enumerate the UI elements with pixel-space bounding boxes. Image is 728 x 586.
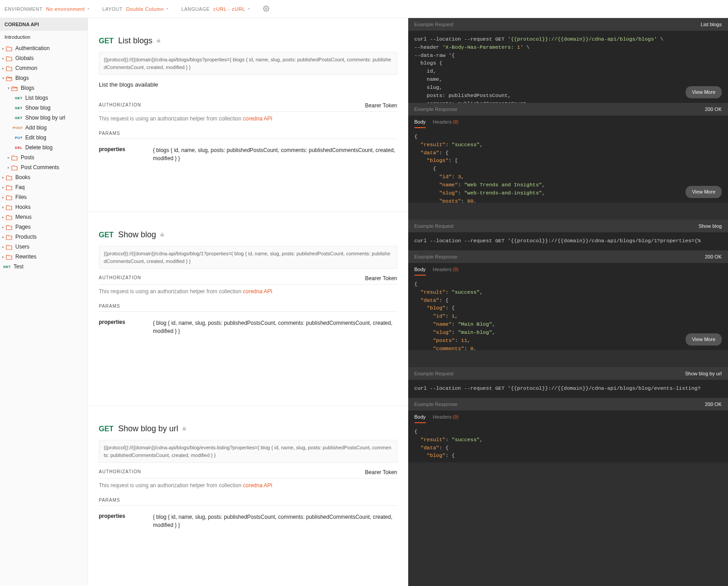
endpoint-section: GETList blogs {{protocol}}://{{domain}}/… [88,18,408,212]
language-selector[interactable]: LANGUAGEcURL - cURL▾ [181,6,250,12]
folder-icon [5,175,13,180]
gear-icon[interactable] [263,5,269,13]
sidebar-subfolder-blogs[interactable]: ▾Blogs [0,83,88,93]
doc-column: GETList blogs {{protocol}}://{{domain}}/… [88,18,408,586]
folder-open-icon [5,75,13,81]
param-value: { blog { id, name, slug, posts: publishe… [153,513,397,529]
endpoint-section: GETShow blog {{protocol}}://{{domain}}/c… [88,212,408,406]
tab-body[interactable]: Body [415,115,426,128]
tab-body[interactable]: Body [415,263,426,276]
sidebar-request-item[interactable]: DELDelete blog [0,143,88,152]
sidebar-request-item[interactable]: GETShow blog [0,103,88,113]
response-tabs: BodyHeaders (9) [408,411,728,423]
method-badge: GET [13,106,23,110]
request-code-block: curl --location --request GET '{{protoco… [408,31,728,103]
sidebar-folder[interactable]: ▸Authentication [0,43,88,53]
lock-icon [160,232,165,238]
sidebar-request-item[interactable]: GETShow blog by url [0,113,88,123]
sidebar-folder[interactable]: ▸Rewrites [0,252,88,262]
sidebar-folder[interactable]: ▸Hooks [0,202,88,212]
view-more-button[interactable]: View More [686,333,722,346]
param-value: { blog { id, name, slug, posts: publishe… [153,319,397,335]
sidebar-folder[interactable]: ▸Menus [0,212,88,222]
sidebar-folder[interactable]: ▸Globals [0,53,88,63]
example-request-header: Example RequestShow blog [408,220,728,232]
auth-note: This request is using an authorization h… [99,115,397,122]
sidebar-intro[interactable]: Introduction [0,31,88,43]
folder-icon [11,155,18,161]
tab-headers[interactable]: Headers (9) [433,263,459,276]
folder-icon [5,244,13,250]
endpoint-url: {{protocol}}://{{domain}}/cdna-api/blogs… [99,52,397,75]
sidebar-request-item[interactable]: GETList blogs [0,93,88,103]
endpoint-name: Show blog [118,230,156,240]
sidebar-folder[interactable]: ▸Common [0,63,88,73]
sidebar-subfolder[interactable]: ▸Post Comments [0,162,88,172]
folder-open-icon [11,85,18,91]
folder-icon [5,224,13,230]
sidebar: COREDNA API Introduction ▸Authentication… [0,18,88,586]
params-section-label: PARAMS [99,131,397,139]
sidebar-folder[interactable]: ▸Users [0,242,88,252]
env-selector[interactable]: ENVIRONMENTNo environment▾ [5,6,90,12]
sidebar-request-item[interactable]: POSTAdd blog [0,123,88,133]
method-badge: POST [13,126,23,130]
auth-collection-link[interactable]: coredna API [243,115,272,122]
lock-icon [182,426,187,432]
sidebar-folder-blogs[interactable]: ▾Blogs [0,73,88,83]
response-code-block: { "result": "success", "data": { "blog":… [408,276,728,350]
endpoint-url: {{protocol}}://{{domain}}/cdna-api/blogs… [99,246,397,269]
request-code-block: curl --location --request GET '{{protoco… [408,232,728,250]
folder-icon [5,234,13,240]
endpoint-method: GET [99,231,114,239]
endpoint-name: Show blog by url [118,424,178,434]
auth-collection-link[interactable]: coredna API [243,482,272,489]
folder-icon [11,165,18,171]
method-badge: GET [1,265,11,269]
response-tabs: BodyHeaders (9) [408,263,728,276]
lock-icon [156,38,161,44]
example-request-header: Example RequestList blogs [408,18,728,31]
request-code-block: curl --location --request GET '{{protoco… [408,380,728,398]
view-more-button[interactable]: View More [686,86,722,98]
example-response-header: Example Response200 OK [408,250,728,263]
endpoint-method: GET [99,425,114,433]
sidebar-folder[interactable]: ▸Files [0,192,88,202]
response-code-block: { "result": "success", "data": { "blog":… [408,423,728,462]
response-code-block: { "result": "success", "data": { "blogs"… [408,128,728,203]
tab-body[interactable]: Body [415,411,426,423]
method-badge: GET [13,96,23,100]
endpoint-method: GET [99,37,114,45]
auth-collection-link[interactable]: coredna API [243,288,272,295]
endpoint-section: GETShow blog by url {{protocol}}://{{dom… [88,406,408,586]
auth-section-label: AUTHORIZATIONBearer Token [99,275,397,285]
folder-icon [5,204,13,210]
params-section-label: PARAMS [99,304,397,312]
param-key: properties [99,319,153,335]
sidebar-folder[interactable]: ▸Books [0,172,88,182]
endpoint-description: List the blogs available [99,81,397,88]
method-badge: DEL [13,146,23,150]
tab-headers[interactable]: Headers (9) [433,411,459,423]
sidebar-subfolder[interactable]: ▸Posts [0,152,88,162]
folder-icon [5,55,13,61]
sidebar-folder[interactable]: ▸Faq [0,182,88,192]
folder-icon [5,194,13,200]
sidebar-folder[interactable]: ▸Products [0,232,88,242]
layout-selector[interactable]: LAYOUTDouble Column▾ [102,6,169,12]
sidebar-request-item[interactable]: PUTEdit blog [0,133,88,143]
folder-icon [5,254,13,260]
collection-title: COREDNA API [0,18,88,31]
view-more-button[interactable]: View More [686,186,722,198]
auth-section-label: AUTHORIZATIONBearer Token [99,469,397,479]
sidebar-folder[interactable]: ▸Pages [0,222,88,232]
auth-section-label: AUTHORIZATIONBearer Token [99,102,397,112]
param-key: properties [99,146,153,162]
tab-headers[interactable]: Headers (8) [433,115,459,128]
code-column: Example RequestList blogs curl --locatio… [408,18,728,586]
param-key: properties [99,513,153,529]
param-value: { blogs { id, name, slug, posts: publish… [153,146,397,162]
method-badge: PUT [13,136,23,140]
sidebar-request-test[interactable]: GETTest [0,262,88,272]
auth-note: This request is using an authorization h… [99,288,397,295]
